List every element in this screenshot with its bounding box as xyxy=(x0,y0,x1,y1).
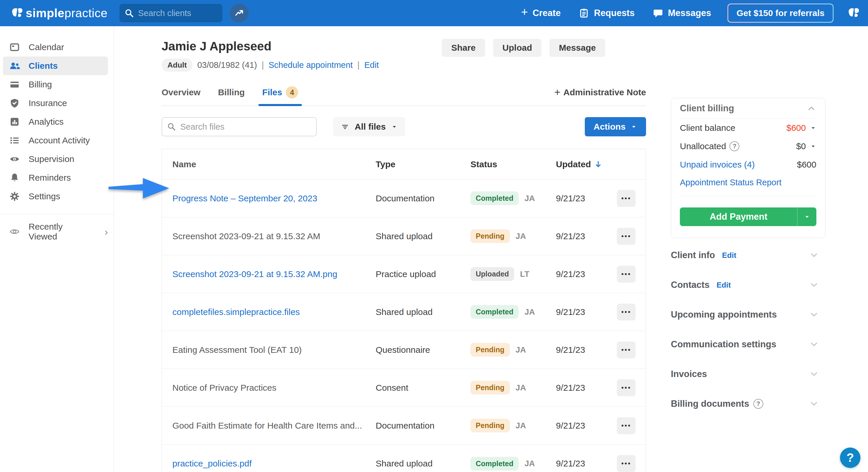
add-payment-dropdown[interactable] xyxy=(797,207,816,226)
reminders-icon xyxy=(9,172,20,183)
file-filter-dropdown[interactable]: All files xyxy=(333,117,405,136)
message-button[interactable]: Message xyxy=(550,39,605,57)
file-type: Documentation xyxy=(376,421,470,431)
file-name[interactable]: practice_policies.pdf xyxy=(162,459,376,469)
column-header-name[interactable]: Name xyxy=(162,159,376,169)
section-communication-settings[interactable]: Communication settings xyxy=(671,330,826,359)
brand-text-bold: simple xyxy=(26,6,64,20)
unpaid-invoices-4-link[interactable]: Unpaid invoices (4) xyxy=(680,160,755,170)
tab-overview[interactable]: Overview xyxy=(162,88,200,97)
topnav-create[interactable]: + Create xyxy=(521,8,561,19)
section-edit-link[interactable]: Edit xyxy=(722,251,737,260)
search-files-input[interactable] xyxy=(162,117,317,136)
caret-down-icon[interactable] xyxy=(810,125,816,131)
topnav-messages[interactable]: Messages xyxy=(653,8,711,19)
file-type: Shared upload xyxy=(376,459,470,469)
section-invoices[interactable]: Invoices xyxy=(671,359,826,389)
file-type: Consent xyxy=(376,383,470,393)
chevron-down-icon xyxy=(809,339,819,349)
referral-button-label: Get $150 for referrals xyxy=(728,4,833,22)
owner-initials: JA xyxy=(516,232,526,241)
file-name[interactable]: Progress Note – September 20, 2023 xyxy=(162,194,376,203)
help-circle-icon[interactable]: ? xyxy=(730,141,739,151)
sidebar-item-reminders[interactable]: Reminders xyxy=(3,168,108,187)
column-header-status[interactable]: Status xyxy=(470,159,556,169)
section-client-info[interactable]: Client info Edit xyxy=(671,240,826,270)
client-billing-card: Client billing Client balance $600 Unall… xyxy=(671,98,826,238)
owner-initials: JA xyxy=(524,307,535,317)
sidebar-item-clients[interactable]: Clients xyxy=(3,57,108,75)
row-more-button[interactable]: ••• xyxy=(617,228,636,245)
row-more-button[interactable]: ••• xyxy=(617,455,636,472)
sidebar-item-settings[interactable]: Settings xyxy=(3,187,108,206)
search-icon xyxy=(167,122,176,131)
plus-icon: + xyxy=(554,86,561,99)
client-side-panel: Client billing Client balance $600 Unall… xyxy=(671,98,826,419)
row-more-button[interactable]: ••• xyxy=(617,304,636,321)
file-type: Questionnaire xyxy=(376,345,470,355)
updated-date: 9/21/23 xyxy=(556,383,617,393)
file-name: Good Faith Estimate for Health Care Item… xyxy=(162,421,376,431)
tab-files[interactable]: Files 4 xyxy=(262,86,298,99)
calendar-icon xyxy=(9,42,20,53)
add-administrative-note-button[interactable]: + Administrative Note xyxy=(554,86,646,99)
column-header-type[interactable]: Type xyxy=(376,159,470,169)
separator: | xyxy=(261,60,264,70)
status-badge: Pending xyxy=(470,419,510,432)
client-age-badge: Adult xyxy=(162,59,192,72)
topnav-requests[interactable]: Requests xyxy=(579,8,635,19)
section-upcoming-appointments[interactable]: Upcoming appointments xyxy=(671,300,826,330)
section-billing-documents[interactable]: Billing documents ? xyxy=(671,389,826,419)
share-button[interactable]: Share xyxy=(442,39,485,57)
eye-outline-icon xyxy=(9,226,20,237)
section-edit-link[interactable]: Edit xyxy=(717,280,731,290)
help-button[interactable]: ? xyxy=(840,447,860,468)
row-more-button[interactable]: ••• xyxy=(617,190,636,207)
recently-viewed-label: Recently Viewed xyxy=(29,222,88,241)
appointment-status-report-link[interactable]: Appointment Status Report xyxy=(680,178,781,187)
file-filter-label: All files xyxy=(355,122,386,132)
brand-logo[interactable]: simplepractice xyxy=(11,6,107,20)
sidebar-item-analytics[interactable]: Analytics xyxy=(3,112,108,131)
help-circle-icon[interactable]: ? xyxy=(753,399,763,409)
analytics-icon xyxy=(9,116,20,127)
add-payment-button[interactable]: Add Payment xyxy=(680,207,816,226)
row-more-button[interactable]: ••• xyxy=(617,417,636,434)
row-more-button[interactable]: ••• xyxy=(617,379,636,396)
schedule-appointment-link[interactable]: Schedule appointment xyxy=(269,60,353,70)
tab-billing[interactable]: Billing xyxy=(218,88,245,97)
referral-button[interactable]: Get $150 for referrals xyxy=(727,3,834,23)
sidebar-item-recently-viewed[interactable]: Recently Viewed › xyxy=(3,222,108,241)
billing-row: Unpaid invoices (4) $600 xyxy=(680,155,816,174)
owner-initials: JA xyxy=(516,383,526,393)
activity-trend-button[interactable] xyxy=(230,4,248,23)
file-name[interactable]: completefiles.simplepractice.files xyxy=(162,307,376,317)
search-clients-input[interactable] xyxy=(120,4,222,22)
updated-date: 9/21/23 xyxy=(556,194,617,203)
sidebar-item-account-activity[interactable]: Account Activity xyxy=(3,131,108,150)
chevron-up-icon[interactable] xyxy=(806,103,816,113)
column-header-updated[interactable]: Updated xyxy=(556,159,617,169)
sidebar-item-insurance[interactable]: Insurance xyxy=(3,94,108,112)
table-row: practice_policies.pdf Shared upload Comp… xyxy=(162,445,646,472)
actions-dropdown-button[interactable]: Actions xyxy=(585,117,646,136)
chevron-right-icon: › xyxy=(105,226,108,237)
edit-client-link[interactable]: Edit xyxy=(364,60,379,70)
brand-text-light: practice xyxy=(64,6,107,20)
file-name[interactable]: Screenshot 2023-09-21 at 9.15.32 AM.png xyxy=(162,269,376,279)
files-table: Name Type Status Updated Progress Note –… xyxy=(162,149,646,472)
table-row: Screenshot 2023-09-21 at 9.15.32 AM.png … xyxy=(162,255,646,293)
caret-down-icon[interactable] xyxy=(810,143,816,149)
sidebar-item-calendar[interactable]: Calendar xyxy=(3,38,108,57)
table-row: Notice of Privacy Practices Consent Pend… xyxy=(162,369,646,407)
client-tabs: Overview Billing Files 4 + Administrativ… xyxy=(162,86,646,106)
sidebar: Calendar Clients Billing Insurance Analy… xyxy=(0,26,114,472)
upload-button[interactable]: Upload xyxy=(493,39,541,57)
sidebar-item-supervision[interactable]: Supervision xyxy=(3,150,108,168)
row-more-button[interactable]: ••• xyxy=(617,266,636,282)
status-badge: Completed xyxy=(470,457,519,471)
table-row: Eating Assessment Tool (EAT 10) Question… xyxy=(162,331,646,369)
section-contacts[interactable]: Contacts Edit xyxy=(671,270,826,300)
sidebar-item-billing[interactable]: Billing xyxy=(3,75,108,94)
row-more-button[interactable]: ••• xyxy=(617,341,636,358)
